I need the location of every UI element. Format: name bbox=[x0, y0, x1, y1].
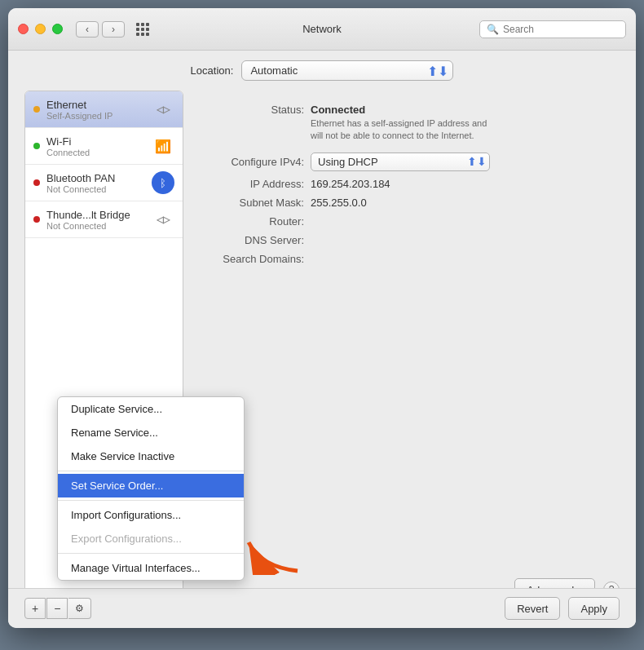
maximize-button[interactable] bbox=[52, 24, 63, 34]
ethernet-status: Self-Assigned IP bbox=[46, 111, 145, 121]
thunderbolt-name: Thunde...lt Bridge bbox=[46, 209, 145, 221]
menu-item-make-inactive[interactable]: Make Service Inactive bbox=[58, 444, 244, 468]
menu-divider-3 bbox=[58, 553, 244, 554]
ip-address-label: IP Address: bbox=[205, 178, 311, 190]
location-label: Location: bbox=[191, 64, 234, 77]
revert-button[interactable]: Revert bbox=[505, 597, 560, 620]
remove-service-button[interactable]: − bbox=[46, 598, 68, 619]
status-row: Status: Connected Ethernet has a self-as… bbox=[205, 104, 611, 143]
svg-rect-7 bbox=[141, 33, 144, 36]
grid-button[interactable] bbox=[131, 18, 154, 41]
wifi-name: Wi-Fi bbox=[46, 135, 145, 148]
configure-ipv4-select[interactable]: Using DHCP Manually Off bbox=[311, 153, 490, 171]
ethernet-name: Ethernet bbox=[46, 99, 145, 111]
window-title: Network bbox=[302, 23, 342, 35]
menu-divider-1 bbox=[58, 471, 244, 471]
details-panel: Status: Connected Ethernet has a self-as… bbox=[196, 91, 620, 609]
right-buttons: Revert Apply bbox=[505, 597, 620, 620]
bluetooth-status: Not Connected bbox=[46, 184, 145, 194]
wifi-status-dot bbox=[33, 143, 40, 149]
sidebar-item-thunderbolt[interactable]: Thunde...lt Bridge Not Connected ◁▷ bbox=[25, 201, 183, 238]
subnet-mask-row: Subnet Mask: 255.255.0.0 bbox=[205, 197, 611, 209]
ethernet-arrows-icon: ◁▷ bbox=[157, 104, 170, 115]
svg-rect-6 bbox=[136, 33, 139, 36]
search-input[interactable] bbox=[503, 24, 619, 35]
location-bar: Location: Automatic Edit Locations... ⬆⬇ bbox=[8, 51, 636, 91]
wifi-status: Connected bbox=[46, 148, 145, 157]
ip-address-row: IP Address: 169.254.203.184 bbox=[205, 178, 611, 190]
search-icon: 🔍 bbox=[487, 24, 499, 35]
bluetooth-name: Bluetooth PAN bbox=[46, 172, 145, 184]
thunderbolt-icon: ◁▷ bbox=[152, 208, 174, 231]
router-row: Router: bbox=[205, 215, 611, 228]
menu-item-export: Export Configurations... bbox=[58, 527, 244, 551]
svg-rect-8 bbox=[146, 33, 149, 36]
minimize-button[interactable] bbox=[35, 24, 46, 34]
gear-menu-button[interactable]: ⚙ bbox=[68, 598, 91, 619]
ethernet-status-dot bbox=[33, 106, 40, 113]
nav-buttons: ‹ › bbox=[76, 21, 125, 38]
svg-rect-3 bbox=[136, 28, 139, 31]
forward-button[interactable]: › bbox=[102, 21, 125, 38]
thunderbolt-arrows-icon: ◁▷ bbox=[157, 214, 170, 225]
configure-ipv4-label: Configure IPv4: bbox=[205, 156, 311, 168]
status-description: Ethernet has a self-assigned IP address … bbox=[311, 117, 487, 143]
add-remove-gear-group: + − ⚙ bbox=[24, 598, 91, 619]
status-section: Status: Connected Ethernet has a self-as… bbox=[196, 91, 620, 285]
traffic-lights bbox=[18, 24, 63, 34]
search-domains-row: Search Domains: bbox=[205, 253, 611, 265]
subnet-mask-label: Subnet Mask: bbox=[205, 197, 311, 209]
menu-divider-2 bbox=[58, 500, 244, 501]
ip-address-value: 169.254.203.184 bbox=[311, 178, 390, 190]
svg-rect-0 bbox=[136, 23, 139, 26]
status-label: Status: bbox=[205, 104, 311, 116]
add-service-button[interactable]: + bbox=[24, 598, 46, 619]
menu-item-set-order[interactable]: Set Service Order... bbox=[58, 474, 244, 497]
status-value: Connected bbox=[311, 104, 487, 116]
bottom-toolbar: + − ⚙ Revert Apply bbox=[8, 588, 636, 628]
close-button[interactable] bbox=[18, 24, 29, 34]
bluetooth-status-dot bbox=[33, 179, 40, 186]
apply-button[interactable]: Apply bbox=[568, 597, 620, 620]
thunderbolt-status: Not Connected bbox=[46, 221, 145, 231]
menu-item-duplicate[interactable]: Duplicate Service... bbox=[58, 397, 244, 421]
sidebar-item-wifi[interactable]: Wi-Fi Connected 📶 bbox=[25, 128, 183, 165]
configure-ipv4-select-wrapper: Using DHCP Manually Off ⬆⬇ bbox=[311, 153, 490, 171]
search-box[interactable]: 🔍 bbox=[479, 20, 626, 38]
context-menu: Duplicate Service... Rename Service... M… bbox=[57, 396, 245, 581]
configure-ipv4-row: Configure IPv4: Using DHCP Manually Off … bbox=[205, 153, 611, 171]
wifi-icon: 📶 bbox=[152, 135, 174, 157]
svg-rect-4 bbox=[141, 28, 144, 31]
titlebar: ‹ › Network 🔍 bbox=[8, 8, 636, 51]
subnet-mask-value: 255.255.0.0 bbox=[311, 197, 367, 209]
svg-rect-1 bbox=[141, 23, 144, 26]
sidebar-item-ethernet[interactable]: Ethernet Self-Assigned IP ◁▷ bbox=[25, 91, 183, 128]
search-domains-label: Search Domains: bbox=[205, 253, 311, 265]
menu-item-rename[interactable]: Rename Service... bbox=[58, 421, 244, 444]
thunderbolt-status-dot bbox=[33, 216, 40, 223]
svg-rect-5 bbox=[146, 28, 149, 31]
menu-item-manage-virtual[interactable]: Manage Virtual Interfaces... bbox=[58, 556, 244, 580]
bluetooth-icon: ᛒ bbox=[152, 171, 174, 194]
wifi-signal-icon: 📶 bbox=[155, 139, 171, 154]
back-button[interactable]: ‹ bbox=[76, 21, 99, 38]
location-select[interactable]: Automatic Edit Locations... bbox=[241, 60, 453, 81]
dns-server-label: DNS Server: bbox=[205, 234, 311, 246]
router-label: Router: bbox=[205, 215, 311, 228]
ethernet-icon: ◁▷ bbox=[152, 98, 174, 121]
menu-item-import[interactable]: Import Configurations... bbox=[58, 503, 244, 527]
svg-rect-2 bbox=[146, 23, 149, 26]
sidebar-item-bluetooth[interactable]: Bluetooth PAN Not Connected ᛒ bbox=[25, 165, 183, 201]
dns-server-row: DNS Server: bbox=[205, 234, 611, 246]
location-select-wrapper: Automatic Edit Locations... ⬆⬇ bbox=[241, 60, 453, 81]
bluetooth-symbol-icon: ᛒ bbox=[160, 177, 166, 189]
network-preferences-window: ‹ › Network 🔍 Location: bbox=[8, 8, 636, 628]
